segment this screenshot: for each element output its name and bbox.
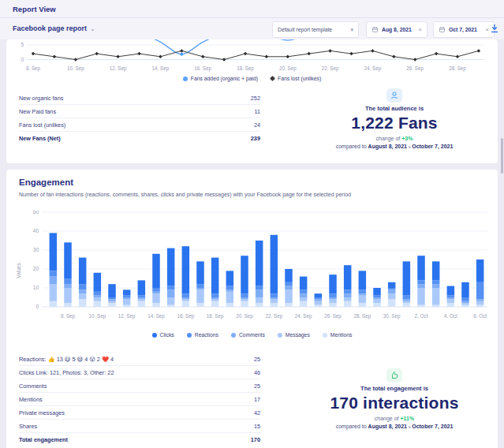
engagement-legend-item[interactable]: Reactions <box>187 332 218 338</box>
engagement-compare-range: compared toAugust 8, 2021 - October 7, 2… <box>300 424 489 429</box>
calendar-icon <box>371 26 379 33</box>
audience-table-row: New Paid fans11 <box>19 105 260 118</box>
svg-text:18. Sep: 18. Sep <box>207 313 224 319</box>
svg-text:10. Sep: 10. Sep <box>88 313 106 319</box>
clear-date-icon[interactable]: × <box>418 27 422 33</box>
engagement-table-row: Comments25 <box>19 379 260 393</box>
engagement-legend-item[interactable]: Comments <box>231 332 265 338</box>
svg-text:24. Sep: 24. Sep <box>364 65 382 72</box>
engagement-change: change of+11% <box>300 416 489 421</box>
thumbs-up-icon <box>386 368 402 383</box>
fans-line-chart-svg: 508. Sep10. Sep12. Sep14. Sep16. Sep18. … <box>8 39 495 74</box>
engagement-table-row-value: 170 <box>251 436 260 443</box>
engagement-total: 170 interactions <box>300 394 489 413</box>
engagement-table-row-value: 46 <box>254 369 260 376</box>
audience-table-row: Fans lost (unlikes)24 <box>19 118 260 132</box>
svg-text:14. Sep: 14. Sep <box>152 65 170 72</box>
legend-label: Messages <box>286 332 310 338</box>
svg-text:40: 40 <box>33 228 39 233</box>
svg-text:28. Sep: 28. Sep <box>449 65 466 72</box>
svg-text:20: 20 <box>33 266 39 271</box>
clear-date-icon[interactable]: × <box>485 27 489 33</box>
calendar-icon <box>439 26 446 33</box>
engagement-table-row-label: Clicks Link: 121, Photos: 3, Other: 22 <box>19 369 114 376</box>
engagement-bar-chart-svg: 01020304050Values8. Sep10. Sep12. Sep14.… <box>14 211 492 330</box>
audience-table-row: New organic fans252 <box>19 91 260 105</box>
svg-text:4. Oct: 4. Oct <box>444 313 457 319</box>
audience-compare-range: compared toAugust 8, 2021 - October 7, 2… <box>300 144 489 149</box>
svg-text:6. Oct: 6. Oct <box>473 313 487 319</box>
engagement-table-row-value: 25 <box>254 356 260 363</box>
engagement-legend-item[interactable]: Mentions <box>323 332 353 338</box>
svg-text:0: 0 <box>21 57 24 62</box>
download-report-button[interactable] <box>490 23 501 35</box>
engagement-change-value: +11% <box>401 416 415 421</box>
engagement-legend-item[interactable]: Messages <box>278 332 310 338</box>
legend-label: Reactions <box>195 332 218 338</box>
fans-line-chart: 508. Sep10. Sep12. Sep14. Sep16. Sep18. … <box>8 39 495 74</box>
report-name-dropdown[interactable]: Facebook page report⌄ <box>13 24 95 32</box>
legend-circle-marker <box>183 77 188 81</box>
page-title: Report View <box>13 5 56 13</box>
legend-circle-marker <box>152 333 157 338</box>
svg-text:10: 10 <box>33 285 39 290</box>
date-to-field[interactable]: Oct 7, 2021 × <box>433 21 495 38</box>
top-strip: Report View Facebook page report⌄ Defaul… <box>0 0 504 39</box>
svg-text:5: 5 <box>21 42 24 47</box>
audience-table-row-label: New Fans (Net) <box>19 135 61 142</box>
svg-text:14. Sep: 14. Sep <box>147 313 165 319</box>
svg-text:20. Sep: 20. Sep <box>236 313 253 319</box>
svg-text:2. Oct: 2. Oct <box>415 313 428 319</box>
audience-table-row: New Fans (Net)239 <box>19 132 260 145</box>
audience-table-row-label: Fans lost (unlikes) <box>19 121 65 129</box>
fans-legend-item[interactable]: Fans added (organic + paid) <box>183 76 258 81</box>
svg-text:10. Sep: 10. Sep <box>67 65 84 72</box>
legend-circle-marker <box>231 333 236 338</box>
engagement-table-row: Reactions: 👍 13 😃 5 😆 4 😮 2 ❤️ 425 <box>19 353 260 366</box>
audience-card: 508. Sep10. Sep12. Sep14. Sep16. Sep18. … <box>6 39 498 163</box>
audience-table-row-value: 24 <box>254 121 260 129</box>
chevron-down-icon: ▾ <box>350 27 353 33</box>
engagement-table-row-value: 42 <box>254 409 260 416</box>
legend-label: Comments <box>239 332 265 338</box>
svg-text:30. Sep: 30. Sep <box>383 313 401 319</box>
fans-legend-item[interactable]: Fans lost (unlikes) <box>271 76 321 81</box>
svg-text:30: 30 <box>33 247 39 252</box>
svg-text:18. Sep: 18. Sep <box>237 65 254 72</box>
legend-diamond-marker <box>270 76 275 81</box>
engagement-table-row: Private messages42 <box>19 406 260 420</box>
engagement-bar-chart: 01020304050Values8. Sep10. Sep12. Sep14.… <box>14 211 492 330</box>
audience-table-row-value: 11 <box>254 108 260 115</box>
engagement-card: Engagement Number of fan interactions (r… <box>6 170 498 448</box>
svg-text:26. Sep: 26. Sep <box>324 313 342 319</box>
engagement-table-row-label: Mentions <box>19 396 43 403</box>
audience-table: New organic fans252New Paid fans11Fans l… <box>19 91 260 145</box>
date-from-field[interactable]: Aug 8, 2021 × <box>366 21 427 38</box>
svg-text:0: 0 <box>35 304 39 309</box>
engagement-summary: The total engagement is 170 interactions… <box>300 368 489 429</box>
engagement-table-row-value: 25 <box>254 383 260 390</box>
engagement-table-row: Total engagement170 <box>19 433 260 446</box>
engagement-table: Reactions: 👍 13 😃 5 😆 4 😮 2 ❤️ 425Clicks… <box>19 353 260 446</box>
audience-total: 1,222 Fans <box>300 114 489 133</box>
svg-text:16. Sep: 16. Sep <box>177 313 194 319</box>
svg-text:28. Sep: 28. Sep <box>353 313 371 319</box>
title-bar: Report View <box>0 0 504 18</box>
template-select[interactable]: Default report template ▾ <box>272 21 359 38</box>
legend-circle-marker <box>278 333 282 338</box>
svg-text:12. Sep: 12. Sep <box>110 65 127 72</box>
svg-text:8. Sep: 8. Sep <box>26 65 41 72</box>
audience-summary: The total audience is 1,222 Fans change … <box>300 88 489 149</box>
svg-text:50: 50 <box>33 211 39 215</box>
download-icon <box>490 23 499 34</box>
legend-circle-marker <box>323 333 327 338</box>
legend-label: Mentions <box>330 332 353 338</box>
svg-text:24. Sep: 24. Sep <box>295 313 312 319</box>
engagement-legend-item[interactable]: Clicks <box>152 332 174 338</box>
svg-text:22. Sep: 22. Sep <box>322 65 339 72</box>
engagement-table-row-label: Comments <box>19 383 47 390</box>
engagement-chart-legend: ClicksReactionsCommentsMessagesMentions <box>6 332 498 338</box>
engagement-table-row-value: 15 <box>254 423 260 430</box>
scrollbar-thumb[interactable] <box>501 138 503 174</box>
report-view-page: Report View Facebook page report⌄ Defaul… <box>0 0 504 448</box>
